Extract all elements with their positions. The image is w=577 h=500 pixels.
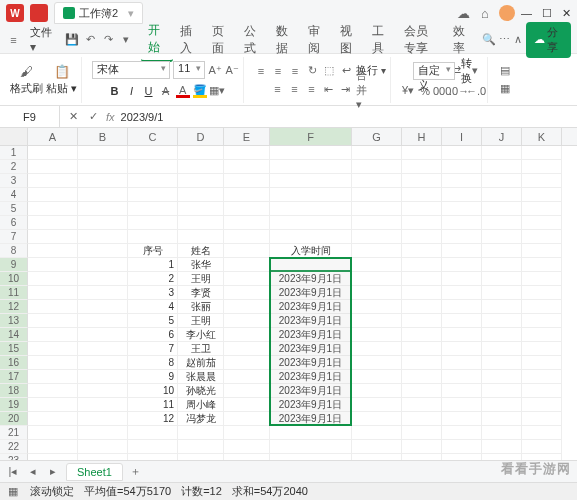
cell[interactable] (442, 244, 482, 258)
cell[interactable] (402, 384, 442, 398)
cell[interactable] (402, 314, 442, 328)
cell[interactable] (522, 384, 562, 398)
row-header[interactable]: 13 (0, 314, 28, 328)
cell[interactable] (402, 440, 442, 454)
cell[interactable]: 王卫 (178, 342, 224, 356)
cell[interactable] (522, 188, 562, 202)
sheet-tab-active[interactable]: Sheet1 (66, 463, 123, 481)
cell[interactable]: 12 (128, 412, 178, 426)
cell[interactable] (522, 272, 562, 286)
cell[interactable]: 2 (128, 272, 178, 286)
cell[interactable] (78, 258, 128, 272)
cell[interactable] (402, 370, 442, 384)
cell[interactable] (78, 384, 128, 398)
cell[interactable] (28, 314, 78, 328)
fx-icon[interactable]: fx (106, 111, 115, 123)
row-header[interactable]: 10 (0, 272, 28, 286)
cell[interactable] (224, 314, 270, 328)
cell[interactable] (352, 412, 402, 426)
cell[interactable] (128, 230, 178, 244)
cell[interactable] (482, 160, 522, 174)
align-middle-icon[interactable]: ≡ (271, 64, 285, 78)
cell[interactable] (128, 174, 178, 188)
cell[interactable]: 1 (128, 258, 178, 272)
col-header-K[interactable]: K (522, 128, 562, 145)
col-header-E[interactable]: E (224, 128, 270, 145)
comma-icon[interactable]: 000 (435, 84, 449, 98)
cell[interactable] (442, 328, 482, 342)
cell[interactable] (352, 244, 402, 258)
cell[interactable] (270, 202, 352, 216)
cell[interactable] (270, 188, 352, 202)
cell[interactable] (28, 300, 78, 314)
cond-format-icon[interactable]: ▤ (498, 64, 512, 78)
menu-tab-开始[interactable]: 开始 (141, 18, 173, 62)
cell[interactable] (128, 216, 178, 230)
row-header[interactable]: 14 (0, 328, 28, 342)
cell[interactable] (224, 272, 270, 286)
cell[interactable] (28, 188, 78, 202)
cell[interactable]: 2023年9月1日 (270, 342, 352, 356)
cell[interactable] (522, 300, 562, 314)
cell[interactable] (78, 356, 128, 370)
cell[interactable] (442, 258, 482, 272)
prev-sheet-icon[interactable]: ◂ (26, 465, 40, 479)
redo-icon[interactable]: ↷ (101, 33, 115, 47)
cell[interactable] (522, 412, 562, 426)
row-header[interactable]: 22 (0, 440, 28, 454)
cell[interactable] (78, 440, 128, 454)
cell[interactable]: 孙晓光 (178, 384, 224, 398)
cell[interactable] (442, 216, 482, 230)
menu-tab-会员专享[interactable]: 会员专享 (397, 19, 447, 61)
cell[interactable] (442, 314, 482, 328)
cell[interactable] (28, 356, 78, 370)
close-button[interactable]: ✕ (562, 7, 571, 20)
menu-tab-插入[interactable]: 插入 (173, 19, 205, 61)
cell[interactable] (270, 440, 352, 454)
col-header-A[interactable]: A (28, 128, 78, 145)
cell[interactable] (224, 258, 270, 272)
row-header[interactable]: 12 (0, 300, 28, 314)
cell[interactable]: 张丽 (178, 300, 224, 314)
col-header-H[interactable]: H (402, 128, 442, 145)
cell[interactable] (78, 174, 128, 188)
cell[interactable] (352, 146, 402, 160)
cell[interactable] (224, 370, 270, 384)
cell[interactable]: 入学时间 (270, 244, 352, 258)
cell[interactable] (442, 356, 482, 370)
cell[interactable] (78, 314, 128, 328)
cell[interactable] (442, 384, 482, 398)
cell[interactable] (402, 398, 442, 412)
search-icon[interactable]: 🔍 (482, 33, 496, 47)
cell[interactable] (522, 216, 562, 230)
cell[interactable] (78, 342, 128, 356)
cell[interactable] (402, 300, 442, 314)
cell[interactable] (128, 426, 178, 440)
italic-icon[interactable]: I (125, 84, 139, 98)
cell[interactable] (402, 258, 442, 272)
cell[interactable] (28, 258, 78, 272)
cell[interactable] (224, 398, 270, 412)
cell[interactable] (28, 412, 78, 426)
cell[interactable]: 2023年9月1日 (270, 384, 352, 398)
cell[interactable]: 2023年9月1日 (270, 300, 352, 314)
cell[interactable] (482, 174, 522, 188)
col-header-D[interactable]: D (178, 128, 224, 145)
cell[interactable] (522, 440, 562, 454)
col-header-I[interactable]: I (442, 128, 482, 145)
cell[interactable]: 王明 (178, 272, 224, 286)
cell[interactable]: 2023年9月1日 (270, 398, 352, 412)
cell[interactable] (224, 412, 270, 426)
cell[interactable] (128, 188, 178, 202)
row-header[interactable]: 4 (0, 188, 28, 202)
cell[interactable]: 6 (128, 328, 178, 342)
merge-cells-icon[interactable]: 合并▾ (356, 82, 370, 96)
format-painter-button[interactable]: 🖌 格式刷 (10, 64, 43, 96)
cell[interactable] (482, 314, 522, 328)
cell[interactable] (224, 188, 270, 202)
cell[interactable]: 姓名 (178, 244, 224, 258)
cell[interactable] (442, 174, 482, 188)
cell[interactable] (178, 426, 224, 440)
cell[interactable]: 2023年9月1日 (270, 412, 352, 426)
row-header[interactable]: 21 (0, 426, 28, 440)
